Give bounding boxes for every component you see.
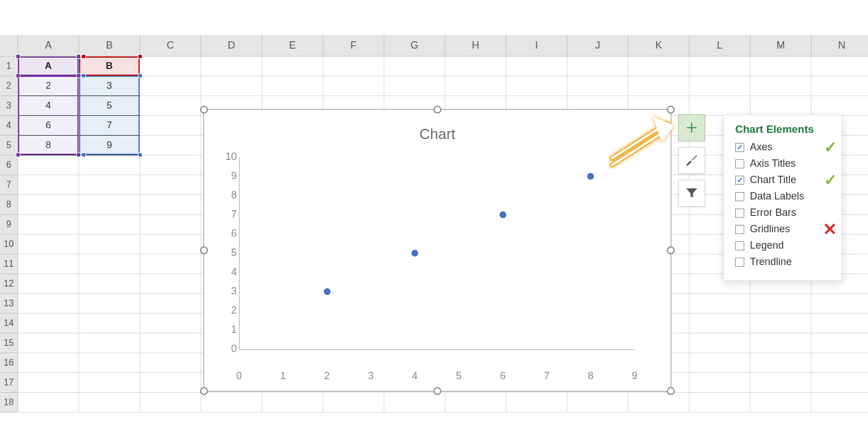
data-point[interactable] [324,288,331,295]
checkbox-icon[interactable] [735,258,744,267]
row-header-2[interactable]: 2 [0,76,18,96]
column-header-B[interactable]: B [79,35,140,57]
chart-resize-handle[interactable] [433,387,441,395]
cell-A14[interactable] [18,314,79,333]
cell-L17[interactable] [689,373,750,393]
cell-A10[interactable] [18,235,79,254]
row-header-17[interactable]: 17 [0,373,18,393]
cell-C8[interactable] [140,195,201,215]
row-header-3[interactable]: 3 [0,96,18,116]
data-point[interactable] [587,173,594,180]
chart-resize-handle[interactable] [667,106,675,114]
cell-C16[interactable] [140,353,201,373]
cell-B4[interactable]: 7 [79,116,140,136]
row-header-8[interactable]: 8 [0,195,18,215]
cell-F1[interactable] [323,57,384,76]
range-handle[interactable] [138,153,142,157]
chart-element-option-error-bars[interactable]: Error Bars [735,207,834,219]
cell-N15[interactable] [811,333,868,353]
cell-A11[interactable] [18,254,79,274]
cell-K18[interactable] [628,393,689,413]
cell-N1[interactable] [811,57,868,76]
cell-N14[interactable] [811,314,868,333]
data-point[interactable] [411,250,418,257]
cell-M1[interactable] [750,57,811,76]
cell-A13[interactable] [18,294,79,314]
chart-element-option-gridlines[interactable]: Gridlines✕ [735,223,834,235]
cell-F2[interactable] [323,76,384,96]
select-all-corner[interactable] [0,35,18,57]
cell-M14[interactable] [750,314,811,333]
cell-C5[interactable] [140,136,201,155]
column-header-L[interactable]: L [689,35,750,57]
row-header-15[interactable]: 15 [0,333,18,353]
cell-C4[interactable] [140,116,201,136]
cell-A16[interactable] [18,353,79,373]
cell-A9[interactable] [18,215,79,235]
row-header-10[interactable]: 10 [0,235,18,254]
chart-element-option-axis-titles[interactable]: Axis Titles [735,158,834,170]
cell-N18[interactable] [811,393,868,413]
cell-I18[interactable] [506,393,567,413]
cell-C2[interactable] [140,76,201,96]
cell-B14[interactable] [79,314,140,333]
chart-resize-handle[interactable] [200,246,208,254]
cell-C18[interactable] [140,393,201,413]
checkbox-icon[interactable] [735,159,744,168]
cell-B7[interactable] [79,175,140,195]
column-header-D[interactable]: D [201,35,262,57]
cell-N17[interactable] [811,373,868,393]
cell-A18[interactable] [18,393,79,413]
cell-C13[interactable] [140,294,201,314]
cell-C14[interactable] [140,314,201,333]
cell-M3[interactable] [750,96,811,116]
cell-L14[interactable] [689,314,750,333]
cell-F18[interactable] [323,393,384,413]
cell-L2[interactable] [689,76,750,96]
cell-D1[interactable] [201,57,262,76]
row-header-6[interactable]: 6 [0,155,18,175]
cell-A12[interactable] [18,274,79,294]
range-handle[interactable] [138,73,142,78]
chart-resize-handle[interactable] [667,246,675,254]
cell-D18[interactable] [201,393,262,413]
cell-C1[interactable] [140,57,201,76]
cell-M16[interactable] [750,353,811,373]
cell-A17[interactable] [18,373,79,393]
column-header-C[interactable]: C [140,35,201,57]
cell-M15[interactable] [750,333,811,353]
chart-filters-button[interactable] [678,180,705,207]
column-header-F[interactable]: F [323,35,384,57]
cell-B13[interactable] [79,294,140,314]
cell-B6[interactable] [79,155,140,175]
cell-I1[interactable] [506,57,567,76]
cell-C10[interactable] [140,235,201,254]
data-point[interactable] [500,211,506,218]
checkbox-icon[interactable] [735,241,744,250]
cell-M2[interactable] [750,76,811,96]
range-handle[interactable] [16,153,20,157]
cell-B18[interactable] [79,393,140,413]
chart-resize-handle[interactable] [200,387,208,395]
cell-B11[interactable] [79,254,140,274]
cell-M13[interactable] [750,294,811,314]
cell-B3[interactable]: 5 [79,96,140,116]
cell-L18[interactable] [689,393,750,413]
cell-C12[interactable] [140,274,201,294]
cell-M18[interactable] [750,393,811,413]
cell-E2[interactable] [262,76,323,96]
cell-B9[interactable] [79,215,140,235]
range-handle[interactable] [76,73,81,78]
cell-B16[interactable] [79,353,140,373]
cell-A5[interactable]: 8 [18,136,79,155]
row-header-11[interactable]: 11 [0,254,18,274]
cell-C6[interactable] [140,155,201,175]
cell-C9[interactable] [140,215,201,235]
cell-M17[interactable] [750,373,811,393]
chart-element-option-legend[interactable]: Legend [735,240,834,251]
cell-B8[interactable] [79,195,140,215]
checkbox-icon[interactable] [735,192,744,201]
range-handle[interactable] [81,73,86,78]
cell-L13[interactable] [689,294,750,314]
cell-C11[interactable] [140,254,201,274]
